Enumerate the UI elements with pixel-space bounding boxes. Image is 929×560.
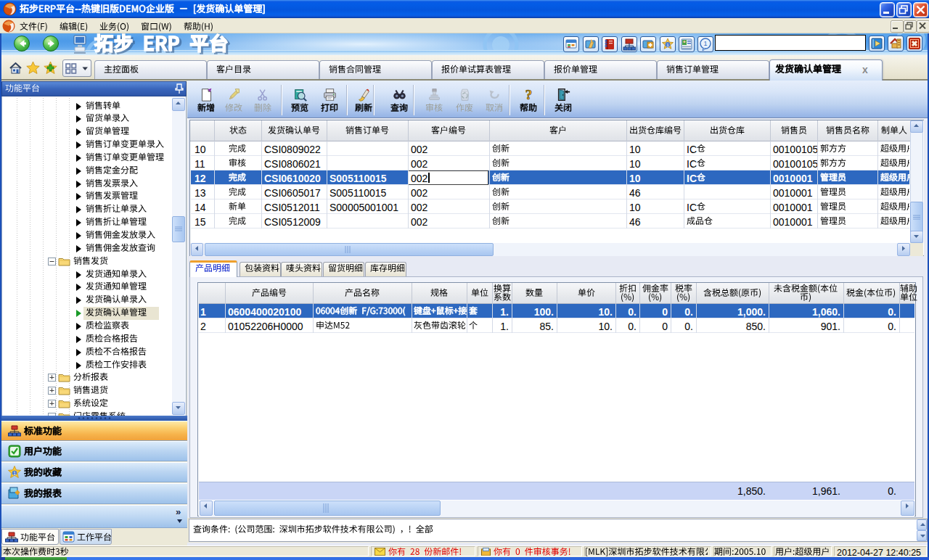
svg-text:?: ? [525, 88, 532, 102]
svg-text:1: 1 [13, 471, 16, 476]
svg-text:1: 1 [703, 40, 707, 47]
